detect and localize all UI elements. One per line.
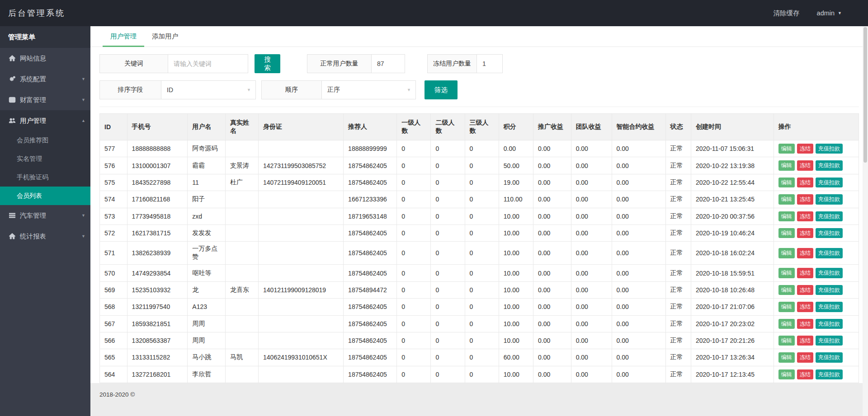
table-cell: 阿奇源码 [188, 140, 226, 157]
table-cell [259, 265, 344, 281]
freeze-button[interactable]: 冻结 [797, 352, 813, 362]
recharge-deduct-button[interactable]: 充值扣款 [816, 268, 843, 278]
table-cell: 18888888888 [127, 140, 188, 157]
table-cell: 564 [100, 366, 127, 383]
table-cell: 14062419931010651X [259, 349, 344, 366]
recharge-deduct-button[interactable]: 充值扣款 [816, 319, 843, 329]
freeze-button[interactable]: 冻结 [797, 228, 813, 238]
table-cell: 568 [100, 299, 127, 315]
sidebar-item[interactable]: 网站信息 [0, 48, 90, 69]
sidebar-item[interactable]: 用户管理▲ [0, 110, 90, 131]
recharge-deduct-button[interactable]: 充值扣款 [816, 336, 843, 346]
tab-user-management[interactable]: 用户管理 [103, 26, 144, 47]
recharge-deduct-button[interactable]: 充值扣款 [816, 228, 843, 238]
freeze-button[interactable]: 冻结 [797, 336, 813, 346]
keyword-input[interactable] [174, 60, 242, 67]
recharge-deduct-button[interactable]: 充值扣款 [816, 194, 843, 204]
recharge-deduct-button[interactable]: 充值扣款 [816, 211, 843, 221]
freeze-button[interactable]: 冻结 [797, 211, 813, 221]
chevron-down-icon: ▼ [838, 11, 842, 15]
normal-count-label: 正常用户数量 [307, 54, 372, 73]
table-cell [259, 224, 344, 241]
edit-button[interactable]: 编辑 [778, 248, 795, 258]
edit-button[interactable]: 编辑 [778, 178, 795, 187]
scrollbar-thumb[interactable] [863, 27, 867, 163]
sort-field-select[interactable]: ID ▼ [161, 80, 256, 99]
table-cell: 0 [431, 332, 465, 349]
table-cell: 0 [465, 366, 499, 383]
order-select[interactable]: 正序 ▼ [322, 80, 416, 99]
freeze-button[interactable]: 冻结 [797, 144, 813, 154]
sidebar-subitem[interactable]: 会员列表 [0, 187, 90, 205]
table-cell: 13211997540 [127, 299, 188, 315]
recharge-deduct-button[interactable]: 充值扣款 [816, 369, 843, 379]
chevron-up-icon: ▲ [81, 118, 85, 123]
recharge-deduct-button[interactable]: 充值扣款 [816, 144, 843, 154]
freeze-button[interactable]: 冻结 [797, 319, 813, 329]
sidebar-item[interactable]: 系统配置▼ [0, 69, 90, 89]
recharge-deduct-button[interactable]: 充值扣款 [816, 178, 843, 187]
user-menu[interactable]: admin ▼ [817, 9, 842, 17]
column-header: 智能合约收益 [612, 114, 665, 140]
chevron-down-icon: ▼ [81, 213, 85, 218]
edit-button[interactable]: 编辑 [778, 319, 795, 329]
recharge-deduct-button[interactable]: 充值扣款 [816, 248, 843, 258]
freeze-button[interactable]: 冻结 [797, 302, 813, 312]
table-cell: 0.00 [571, 265, 612, 281]
sidebar-item[interactable]: 财富管理▼ [0, 89, 90, 110]
sidebar-subitem[interactable]: 手机验证码 [0, 168, 90, 187]
table-cell [259, 208, 344, 224]
freeze-button[interactable]: 冻结 [797, 268, 813, 278]
edit-button[interactable]: 编辑 [778, 268, 795, 278]
filter-button[interactable]: 筛选 [425, 80, 458, 99]
table-row: 57014749293854呕吐等1875486240500010.000.00… [100, 265, 859, 281]
table-cell: 0.00 [571, 157, 612, 174]
freeze-button[interactable]: 冻结 [797, 194, 813, 204]
sidebar-subitem[interactable]: 实名管理 [0, 150, 90, 168]
table-cell: 10.00 [499, 299, 533, 315]
edit-button[interactable]: 编辑 [778, 228, 795, 238]
recharge-deduct-button[interactable]: 充值扣款 [816, 160, 843, 170]
table-cell: 0 [431, 349, 465, 366]
search-button[interactable]: 搜索 [255, 54, 280, 73]
freeze-button[interactable]: 冻结 [797, 285, 813, 295]
freeze-button[interactable]: 冻结 [797, 369, 813, 379]
column-header: 用户名 [188, 114, 226, 140]
column-header: 状态 [665, 114, 691, 140]
sidebar-subitem[interactable]: 会员推荐图 [0, 131, 90, 150]
table-cell: 0 [465, 315, 499, 332]
bars-icon [8, 212, 16, 220]
edit-button[interactable]: 编辑 [778, 336, 795, 346]
edit-button[interactable]: 编辑 [778, 285, 795, 295]
freeze-button[interactable]: 冻结 [797, 178, 813, 187]
tab-add-user[interactable]: 添加用户 [144, 26, 186, 47]
column-header: ID [100, 114, 127, 140]
sidebar-item[interactable]: 统计报表▼ [0, 226, 90, 247]
freeze-button[interactable]: 冻结 [797, 160, 813, 170]
sidebar-item[interactable]: 汽车管理▼ [0, 205, 90, 226]
column-header: 二级人数 [431, 114, 465, 140]
actions-cell: 编辑冻结充值扣款 [774, 281, 859, 298]
clear-cache-button[interactable]: 清除缓存 [774, 9, 800, 18]
edit-button[interactable]: 编辑 [778, 302, 795, 312]
table-cell: 0.00 [533, 242, 571, 265]
edit-button[interactable]: 编辑 [778, 369, 795, 379]
edit-button[interactable]: 编辑 [778, 144, 795, 154]
table-cell: 0 [397, 265, 431, 281]
chevron-down-icon: ▼ [247, 88, 251, 92]
table-cell: 10.00 [499, 366, 533, 383]
table-cell: 0 [397, 191, 431, 208]
table-cell: A123 [188, 299, 226, 315]
freeze-button[interactable]: 冻结 [797, 248, 813, 258]
vertical-scrollbar[interactable] [863, 26, 868, 416]
column-header: 积分 [499, 114, 533, 140]
recharge-deduct-button[interactable]: 充值扣款 [816, 352, 843, 362]
table-cell [259, 191, 344, 208]
edit-button[interactable]: 编辑 [778, 194, 795, 204]
edit-button[interactable]: 编辑 [778, 211, 795, 221]
edit-button[interactable]: 编辑 [778, 160, 795, 170]
edit-button[interactable]: 编辑 [778, 352, 795, 362]
recharge-deduct-button[interactable]: 充值扣款 [816, 302, 843, 312]
recharge-deduct-button[interactable]: 充值扣款 [816, 285, 843, 295]
table-cell: 573 [100, 208, 127, 224]
